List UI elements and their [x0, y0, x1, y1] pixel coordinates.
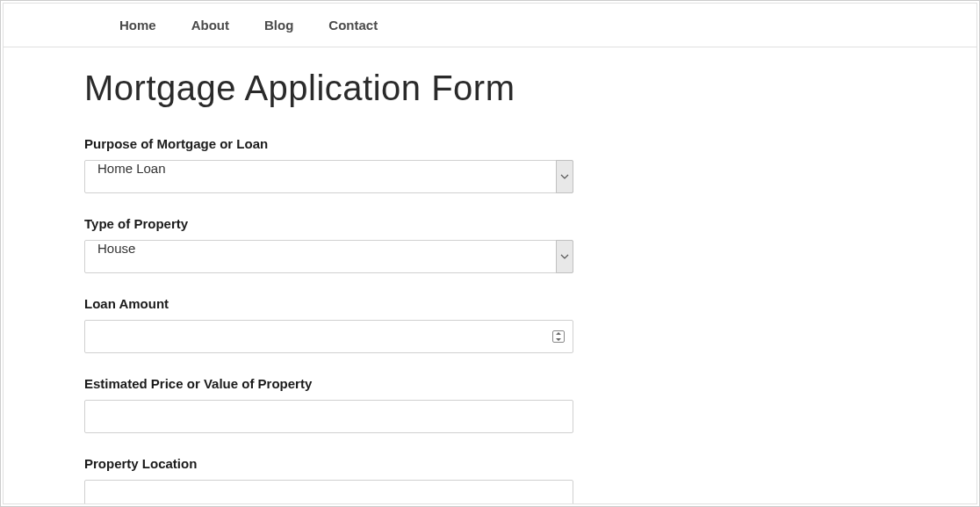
nav-blog[interactable]: Blog	[264, 18, 293, 33]
loan-amount-label: Loan Amount	[84, 296, 976, 311]
navigation-bar: Home About Blog Contact	[4, 4, 976, 47]
property-location-input[interactable]	[84, 480, 573, 504]
property-location-label: Property Location	[84, 456, 976, 471]
property-type-select[interactable]: House	[84, 240, 573, 273]
property-type-label: Type of Property	[84, 216, 976, 231]
nav-home[interactable]: Home	[119, 18, 156, 33]
purpose-label: Purpose of Mortgage or Loan	[84, 136, 976, 151]
loan-amount-input[interactable]	[84, 320, 573, 353]
estimated-price-input[interactable]	[84, 400, 573, 433]
page-title: Mortgage Application Form	[84, 69, 976, 108]
purpose-select[interactable]: Home Loan	[84, 160, 573, 193]
estimated-price-label: Estimated Price or Value of Property	[84, 376, 976, 391]
nav-contact[interactable]: Contact	[328, 18, 378, 33]
nav-about[interactable]: About	[191, 18, 229, 33]
